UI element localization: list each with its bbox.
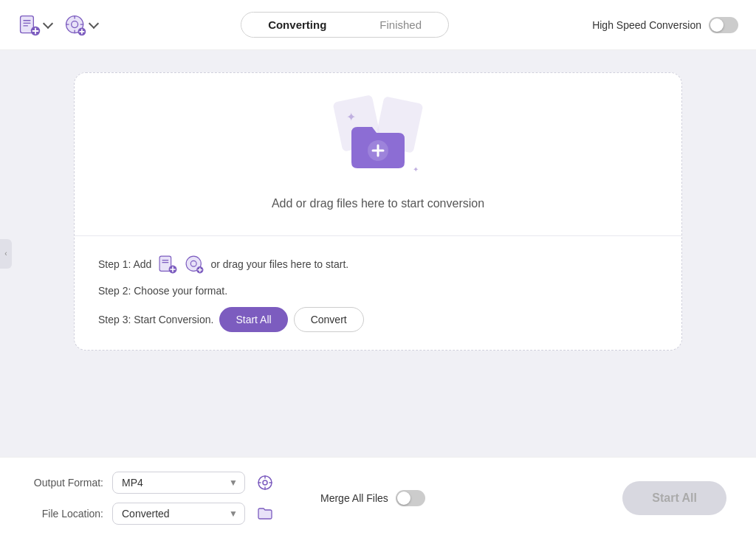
file-location-folder-icon[interactable] [254,503,276,525]
main-content: ‹ ✦ ✦ Add or drag files here [0,50,756,457]
footer-fields: Output Format: MP4 MOV AVI MKV MP3 AAC ▼ [30,472,276,525]
tab-converting[interactable]: Converting [241,13,353,37]
add-file-chevron [43,18,53,28]
toggle-thumb [710,18,724,32]
add-plus-button[interactable] [63,13,97,37]
step-1-row: Step 1: Add [98,254,658,275]
tab-group: Converting Finished [241,12,449,38]
step-add-plus-icon[interactable] [184,254,205,275]
merge-toggle-thumb [397,492,410,505]
output-format-label: Output Format: [30,477,103,489]
merge-toggle[interactable] [396,490,425,506]
step-convert-button[interactable]: Convert [294,307,364,332]
step-add-file-icon[interactable] [157,254,178,275]
drop-instruction: Add or drag files here to start conversi… [272,197,484,210]
folder-graphic: ✦ ✦ [330,104,426,185]
step-1-label: Step 1: Add [98,258,151,270]
output-format-settings-icon[interactable] [254,472,276,494]
output-format-select-wrap: MP4 MOV AVI MKV MP3 AAC ▼ [112,472,245,494]
step-1-suffix: or drag your files here to start. [210,258,348,270]
sidebar-collapse-handle[interactable]: ‹ [0,239,12,269]
step-2-row: Step 2: Choose your format. [98,285,658,297]
file-location-row: File Location: Converted Desktop Downloa… [30,503,276,525]
toolbar-icons [18,13,97,37]
output-format-select[interactable]: MP4 MOV AVI MKV MP3 AAC [112,472,245,494]
step-3-row: Step 3: Start Conversion. Start All Conv… [98,307,658,332]
header: Converting Finished High Speed Conversio… [0,0,756,50]
sparkle-bottom-right: ✦ [413,165,419,173]
file-location-select[interactable]: Converted Desktop Downloads Custom... [112,503,245,525]
footer-start-all-button[interactable]: Start All [622,481,726,515]
high-speed-toggle[interactable] [709,17,738,33]
merge-files-row: Merge All Files [320,490,425,506]
step-start-all-button[interactable]: Start All [219,307,287,332]
step-2-label: Step 2: Choose your format. [98,285,227,297]
high-speed-section: High Speed Conversion [592,17,738,33]
add-plus-chevron [89,18,99,28]
svg-point-31 [263,480,267,485]
file-location-label: File Location: [30,508,103,520]
step-3-label: Step 3: Start Conversion. [98,314,213,325]
file-location-select-wrap: Converted Desktop Downloads Custom... ▼ [112,503,245,525]
output-format-row: Output Format: MP4 MOV AVI MKV MP3 AAC ▼ [30,472,276,494]
drop-area[interactable]: ✦ ✦ Add or drag files here to start conv… [75,73,681,235]
steps-area: Step 1: Add [75,235,681,350]
merge-label: Merge All Files [320,492,388,504]
tab-finished[interactable]: Finished [353,13,448,37]
add-file-button[interactable] [18,13,52,37]
drop-zone-card: ✦ ✦ Add or drag files here to start conv… [74,72,682,351]
high-speed-label: High Speed Conversion [592,19,701,31]
folder-icon [348,118,408,171]
footer: Output Format: MP4 MOV AVI MKV MP3 AAC ▼ [0,457,756,538]
